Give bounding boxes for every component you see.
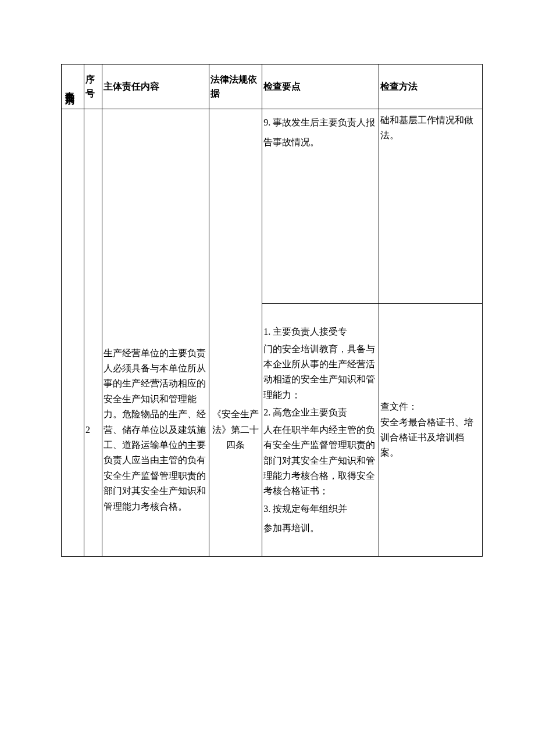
cell-points: 1. 主要负责人接受专 门的安全培训教育，具备与本企业所从事的生产经营活动相适的… (262, 304, 379, 557)
cell-content (102, 109, 209, 304)
table-header-row: 责任类别 序号 主体责任内容 法律法规依据 检查要点 检查方法 (62, 65, 483, 109)
table-row: 2 生产经营单位的主要负责人必须具备与本单位所从事的生产经营活动相应的安全生产知… (62, 304, 483, 557)
cell-category (62, 109, 84, 304)
cell-seq: 2 (84, 304, 102, 557)
header-content: 主体责任内容 (102, 65, 209, 109)
cell-basis: 《安全生产法》第二十四条 (209, 304, 262, 557)
cell-category (62, 304, 84, 557)
cell-content: 生产经营单位的主要负责人必须具备与本单位所从事的生产经营活动相应的安全生产知识和… (102, 304, 209, 557)
cell-method: 础和基层工作情况和做法。 (379, 109, 482, 304)
header-method: 检查方法 (379, 65, 482, 109)
header-category: 责任类别 (62, 65, 84, 109)
cell-points: 9. 事故发生后主要负责人报告事故情况。 (262, 109, 379, 304)
table-row: 9. 事故发生后主要负责人报告事故情况。 础和基层工作情况和做法。 (62, 109, 483, 304)
header-basis: 法律法规依据 (209, 65, 262, 109)
responsibility-table: 责任类别 序号 主体责任内容 法律法规依据 检查要点 检查方法 9. 事故发生后… (61, 64, 483, 557)
header-seq: 序号 (84, 65, 102, 109)
cell-seq (84, 109, 102, 304)
cell-basis (209, 109, 262, 304)
header-points: 检查要点 (262, 65, 379, 109)
cell-method: 查文件： 安全考最合格证书、培训合格证书及培训档案。 (379, 304, 482, 557)
